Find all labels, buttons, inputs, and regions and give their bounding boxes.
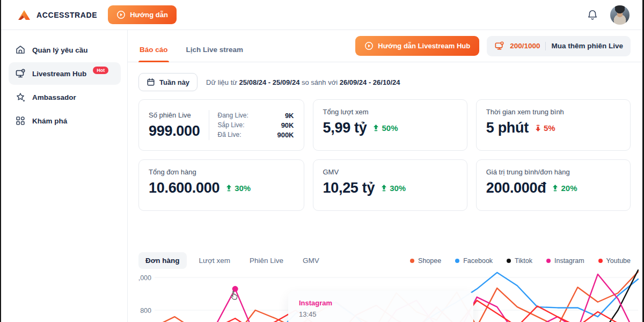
guide-button[interactable]: Hướng dẫn (108, 5, 177, 24)
chart-tab-don-hang[interactable]: Đơn hàng (138, 252, 187, 269)
divider (545, 42, 546, 50)
stat-value: 10,25 tỷ (323, 180, 375, 196)
date-range-current: 25/08/24 - 25/09/24 (239, 78, 300, 86)
stats-cards: Số phiên Live 999.000 Đang Live:9K Sắp L… (128, 91, 642, 211)
legend-dot (546, 259, 551, 263)
stat-card-tong-luot-xem: Tổng lượt xem 5,99 tỷ 50% (313, 99, 467, 151)
stat-card-gmv: GMV 10,25 tỷ 30% (313, 159, 467, 211)
sidebar-item-kham-pha[interactable]: Khám phá (9, 109, 121, 132)
date-range-info: Dữ liệu từ 25/08/24 - 25/09/24 so sánh v… (206, 78, 400, 86)
stat-card-tong-don-hang: Tổng đơn hàng 10.600.000 30% (138, 159, 304, 211)
arrow-up-icon (226, 185, 232, 192)
accesstrade-logo-icon (17, 9, 31, 21)
arrow-up-icon (373, 125, 379, 131)
quota-count: 200/1000 (510, 42, 540, 50)
stat-title: Thời gian xem trung bình (486, 108, 620, 116)
notifications-bell-icon[interactable] (587, 9, 598, 21)
brand-name: ACCESSTRADE (36, 11, 97, 19)
legend-item-tiktok[interactable]: Tiktok (507, 257, 532, 265)
chart-section-header: Đơn hàng Lượt xem Phiên Live GMV Shopee … (138, 252, 631, 269)
tooltip-time: 13:45 (299, 310, 463, 318)
stat-title: GMV (323, 168, 457, 176)
livestream-hub-guide-button[interactable]: Hướng dẫn Livestream Hub (355, 36, 479, 56)
calendar-icon (147, 78, 155, 86)
chart-legend: Shopee Facebook Tiktok Instagram Youtube (410, 257, 631, 265)
stat-value: 5 phút (486, 120, 529, 136)
user-avatar[interactable] (610, 5, 630, 25)
filter-row: Tuần này Dữ liệu từ 25/08/24 - 25/09/24 … (128, 62, 642, 91)
chart-tab-phien-live[interactable]: Phiên Live (243, 252, 290, 269)
chart-tab-luot-xem[interactable]: Lượt xem (192, 252, 237, 269)
brand-logo[interactable]: ACCESSTRADE (17, 9, 97, 21)
star-icon (15, 92, 26, 103)
period-select[interactable]: Tuần này (138, 73, 197, 91)
live-session-quota: 200/1000 Mua thêm phiên Live (487, 36, 631, 56)
main-content: Báo cáo Lịch Live stream Hướng dẫn Lives… (128, 30, 642, 322)
date-range-compare: 26/09/24 - 26/10/24 (340, 78, 400, 86)
home-icon (15, 45, 26, 55)
sidebar: Quản lý yêu cầu Livestream Hub Hot Ambas… (2, 30, 128, 322)
svg-text:800: 800 (140, 307, 151, 314)
topbar: ACCESSTRADE Hướng dẫn (1, 0, 642, 30)
stat-card-so-phien-live: Số phiên Live 999.000 Đang Live:9K Sắp L… (138, 99, 304, 151)
chart-tab-gmv[interactable]: GMV (296, 252, 326, 269)
tooltip-series-name: Instagram (299, 299, 463, 307)
arrow-up-icon (381, 185, 387, 192)
report-tabs: Báo cáo Lịch Live stream (138, 30, 244, 62)
tab-lich-live-stream[interactable]: Lịch Live stream (185, 46, 245, 62)
delta-up: 20% (552, 184, 577, 193)
grid-icon (15, 115, 26, 126)
chart-area[interactable]: 1,000800 Instagram 13:45 (138, 269, 642, 322)
legend-dot (410, 259, 414, 263)
divider (209, 110, 209, 140)
live-breakdown: Đang Live:9K Sắp Live:90K Đã Live:900K (218, 112, 294, 139)
arrow-down-icon (535, 125, 541, 131)
legend-item-youtube[interactable]: Youtube (598, 257, 631, 265)
tab-bao-cao[interactable]: Báo cáo (138, 46, 169, 62)
chart-tooltip: Instagram 13:45 (288, 291, 473, 322)
stat-value: 10.600.000 (149, 180, 219, 196)
legend-dot (455, 259, 459, 263)
legend-item-shopee[interactable]: Shopee (410, 257, 441, 265)
buy-more-sessions-link[interactable]: Mua thêm phiên Live (551, 42, 623, 50)
play-circle-icon (364, 41, 374, 50)
delta-up: 30% (226, 184, 251, 193)
sidebar-item-livestream-hub[interactable]: Livestream Hub Hot (9, 62, 121, 85)
legend-dot (598, 259, 603, 263)
svg-text:1,000: 1,000 (138, 274, 151, 282)
legend-item-instagram[interactable]: Instagram (546, 257, 584, 265)
arrow-up-icon (552, 185, 558, 192)
delta-up: 30% (381, 184, 406, 193)
hot-badge: Hot (93, 67, 108, 74)
sidebar-item-quan-ly-yeu-cau[interactable]: Quản lý yêu cầu (9, 39, 121, 61)
stat-title: Số phiên Live (149, 111, 200, 119)
stat-card-thoi-gian-xem: Thời gian xem trung bình 5 phút 5% (476, 99, 631, 151)
stat-value: 5,99 tỷ (323, 120, 367, 136)
play-circle-icon (116, 10, 126, 19)
main-header: Báo cáo Lịch Live stream Hướng dẫn Lives… (128, 30, 642, 62)
stat-card-gia-tri-trung-binh: Giá trị trung bình/đơn hàng 200.000đ 20% (476, 159, 631, 211)
stat-value: 200.000đ (486, 180, 546, 196)
stat-title: Tổng lượt xem (323, 108, 457, 116)
stat-title: Tổng đơn hàng (149, 168, 294, 176)
hand-cursor-icon (230, 290, 239, 301)
livestream-icon (15, 68, 26, 79)
chart-metric-tabs: Đơn hàng Lượt xem Phiên Live GMV (138, 252, 326, 269)
stat-value: 999.000 (149, 123, 200, 140)
stat-title: Giá trị trung bình/đơn hàng (486, 168, 620, 176)
livestream-quota-icon (494, 41, 504, 51)
legend-item-facebook[interactable]: Facebook (455, 257, 493, 265)
delta-up: 50% (373, 123, 398, 133)
sidebar-item-ambassador[interactable]: Ambassador (9, 86, 121, 108)
legend-dot (507, 259, 511, 263)
delta-down: 5% (535, 123, 555, 133)
